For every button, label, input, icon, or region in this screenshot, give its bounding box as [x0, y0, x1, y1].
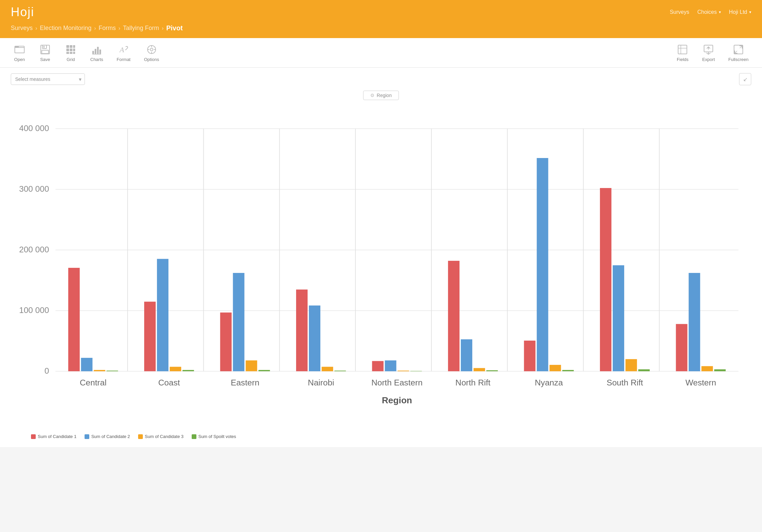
chart-legend: Sum of Candidate 1 Sum of Candidate 2 Su… [11, 430, 751, 442]
top-header: Hoji Surveys Choices ▾ Hoji Ltd ▾ [0, 0, 762, 24]
save-icon [39, 43, 51, 56]
choices-caret-icon: ▾ [719, 10, 721, 14]
collapse-icon: ↙ [743, 76, 748, 83]
format-button[interactable]: A Format [114, 42, 133, 63]
svg-line-36 [735, 51, 737, 53]
bar-coast-spoilt [183, 370, 194, 371]
bar-sr-c1 [600, 188, 611, 371]
svg-rect-13 [66, 52, 69, 54]
breadcrumb-sep-1: › [35, 25, 37, 31]
svg-text:Eastern: Eastern [231, 378, 259, 387]
toolbar-left: Open Save [11, 42, 162, 63]
charts-icon [91, 43, 103, 56]
bar-chart-svg: 400 000 300 000 200 000 100 000 0 Centra… [11, 109, 751, 429]
svg-text:Western: Western [686, 378, 716, 387]
bar-nr-c2 [461, 339, 472, 371]
bar-nairobi-c3 [322, 367, 333, 371]
bar-coast-c2 [157, 259, 168, 371]
charts-button[interactable]: Charts [88, 42, 106, 63]
toolbar-right: Fields Export [674, 42, 751, 63]
breadcrumb-pivot: Pivot [166, 24, 183, 32]
open-button[interactable]: Open [11, 42, 28, 63]
bar-nr-c3 [474, 368, 485, 371]
nav-surveys[interactable]: Surveys [670, 9, 689, 15]
breadcrumb-sep-2: › [94, 25, 96, 31]
nav-choices-dropdown[interactable]: Choices ▾ [697, 9, 721, 15]
measures-select-wrapper: Select measures Sum of Candidate 1 Sum o… [11, 73, 85, 85]
chart-container: 400 000 300 000 200 000 100 000 0 Centra… [11, 104, 751, 442]
legend-spoilt: Sum of Spoilt votes [192, 434, 236, 439]
breadcrumb-forms[interactable]: Forms [99, 25, 116, 32]
grid-label: Grid [67, 57, 75, 62]
svg-text:Central: Central [80, 378, 106, 387]
svg-text:South Rift: South Rift [607, 378, 643, 387]
grid-button[interactable]: Grid [62, 42, 80, 63]
bar-central-c3 [94, 370, 105, 371]
svg-rect-12 [73, 49, 75, 51]
bar-nairobi-c2 [309, 306, 320, 371]
legend-color-c2 [85, 434, 89, 439]
measures-row: Select measures Sum of Candidate 1 Sum o… [11, 73, 751, 85]
legend-candidate3: Sum of Candidate 3 [138, 434, 184, 439]
collapse-button[interactable]: ↙ [739, 73, 751, 85]
svg-rect-10 [66, 49, 69, 51]
svg-rect-7 [66, 45, 69, 48]
fields-label: Fields [677, 57, 689, 62]
toolbar: Open Save [0, 38, 762, 68]
svg-rect-18 [97, 47, 99, 54]
nav-account-dropdown[interactable]: Hoji Ltd ▾ [729, 9, 751, 15]
legend-color-c3 [138, 434, 143, 439]
bar-central-c2 [81, 358, 92, 371]
region-pill-container: ⚙ Region [11, 91, 751, 100]
bar-nyanza-spoilt [562, 370, 574, 371]
format-label: Format [117, 57, 130, 62]
bar-central-c1 [68, 268, 80, 371]
fields-button[interactable]: Fields [674, 42, 691, 63]
bar-ne-c2 [385, 361, 396, 371]
svg-text:Region: Region [382, 395, 412, 405]
fields-icon [676, 43, 689, 56]
measures-select[interactable]: Select measures Sum of Candidate 1 Sum o… [11, 73, 85, 85]
svg-text:North Rift: North Rift [455, 378, 490, 387]
export-button[interactable]: Export [699, 42, 718, 63]
svg-text:400 000: 400 000 [19, 124, 49, 133]
fullscreen-button[interactable]: Fullscreen [726, 42, 751, 63]
breadcrumb-tallying-form[interactable]: Tallying Form [123, 25, 159, 32]
svg-rect-5 [42, 50, 49, 54]
legend-candidate2: Sum of Candidate 2 [85, 434, 130, 439]
svg-rect-2 [15, 48, 24, 53]
svg-rect-15 [73, 52, 75, 54]
bar-nairobi-c1 [296, 289, 308, 371]
svg-text:North Eastern: North Eastern [371, 378, 422, 387]
bar-nyanza-c2 [537, 158, 548, 371]
bar-nyanza-c3 [549, 365, 561, 371]
region-pill[interactable]: ⚙ Region [363, 91, 399, 100]
svg-line-35 [740, 46, 742, 48]
save-button[interactable]: Save [36, 42, 54, 63]
grid-icon [65, 43, 77, 56]
options-icon [146, 43, 158, 56]
svg-rect-8 [70, 45, 72, 48]
nav-choices-label: Choices [697, 9, 717, 15]
breadcrumb-surveys[interactable]: Surveys [11, 25, 33, 32]
svg-text:Coast: Coast [158, 378, 180, 387]
account-caret-icon: ▾ [749, 10, 751, 14]
region-gear-icon: ⚙ [370, 93, 375, 98]
bar-ne-c3 [398, 371, 409, 371]
breadcrumb-election-monitoring[interactable]: Election Monitoring [40, 25, 91, 32]
main-content: Select measures Sum of Candidate 1 Sum o… [0, 68, 762, 447]
charts-label: Charts [90, 57, 103, 62]
breadcrumb-sep-4: › [162, 25, 163, 31]
svg-rect-19 [99, 50, 101, 54]
bar-ne-spoilt [410, 371, 422, 371]
legend-label-c1: Sum of Candidate 1 [38, 434, 76, 439]
svg-text:0: 0 [44, 366, 49, 375]
bar-coast-c1 [144, 302, 156, 371]
bar-coast-c3 [170, 367, 181, 371]
chart-svg-wrapper: 400 000 300 000 200 000 100 000 0 Centra… [11, 109, 751, 430]
svg-rect-9 [73, 45, 75, 48]
legend-color-c1 [31, 434, 36, 439]
options-button[interactable]: Options [141, 42, 162, 63]
breadcrumb-sep-3: › [119, 25, 120, 31]
bar-sr-c3 [626, 359, 637, 371]
